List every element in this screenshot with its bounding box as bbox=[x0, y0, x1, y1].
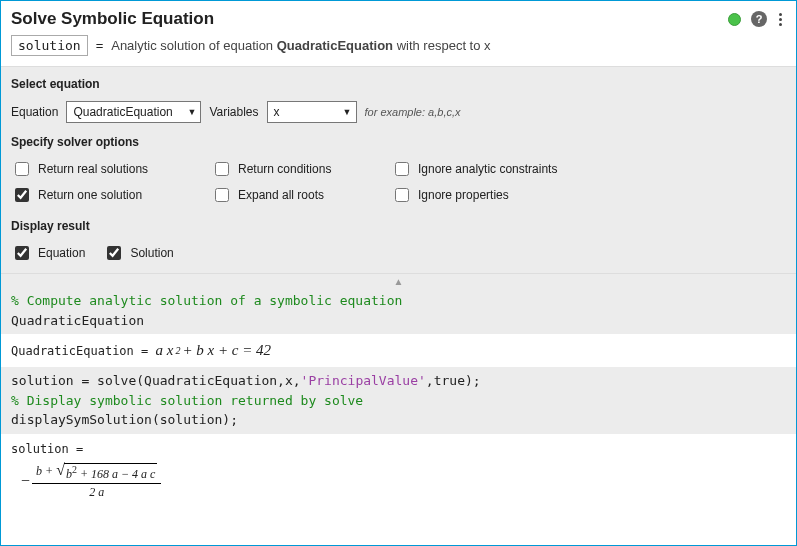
equation-row: Equation QuadraticEquation ▼ Variables x… bbox=[11, 101, 786, 123]
equation-label: Equation bbox=[11, 105, 58, 119]
chk-display-solution[interactable]: Solution bbox=[103, 243, 173, 263]
solution-output-expr: − b + √b2 + 168 a − 4 a c 2 a bbox=[1, 459, 796, 510]
chk-return-conditions-input[interactable] bbox=[215, 162, 229, 176]
status-dot-icon bbox=[728, 13, 741, 26]
chk-return-one-input[interactable] bbox=[15, 188, 29, 202]
eq-term-rest: + b x + c = 42 bbox=[182, 342, 271, 359]
num-b: b + bbox=[36, 464, 56, 478]
negative-sign: − bbox=[21, 472, 30, 490]
chk-ignore-properties[interactable]: Ignore properties bbox=[391, 185, 611, 205]
code-block-2: solution = solve(QuadraticEquation,x,'Pr… bbox=[1, 367, 796, 434]
equation-select[interactable]: QuadraticEquation ▼ bbox=[66, 101, 201, 123]
chk-display-equation-label: Equation bbox=[38, 246, 85, 260]
header-icons: ? bbox=[728, 11, 784, 28]
code-solve-string: 'PrincipalValue' bbox=[301, 373, 426, 388]
variables-label: Variables bbox=[209, 105, 258, 119]
task-panel: Solve Symbolic Equation ? solution = Ana… bbox=[0, 0, 797, 546]
chk-expand-roots-input[interactable] bbox=[215, 188, 229, 202]
equals-sign: = bbox=[96, 38, 104, 53]
sqrt-icon: √b2 + 168 a − 4 a c bbox=[56, 463, 157, 482]
sqrt-rest: + 168 a − 4 a c bbox=[77, 467, 156, 481]
chk-return-conditions-label: Return conditions bbox=[238, 162, 331, 176]
chk-display-solution-input[interactable] bbox=[107, 246, 121, 260]
code-line-display: displaySymSolution(solution); bbox=[11, 410, 786, 430]
chk-ignore-analytic-label: Ignore analytic constraints bbox=[418, 162, 557, 176]
chk-return-conditions[interactable]: Return conditions bbox=[211, 159, 391, 179]
chk-return-real[interactable]: Return real solutions bbox=[11, 159, 211, 179]
equation-select-value: QuadraticEquation bbox=[73, 105, 172, 119]
code-line-eqname: QuadraticEquation bbox=[11, 311, 786, 331]
code-block-1: % Compute analytic solution of a symboli… bbox=[1, 287, 796, 334]
chk-ignore-properties-label: Ignore properties bbox=[418, 188, 509, 202]
code-comment-1: % Compute analytic solution of a symboli… bbox=[11, 293, 402, 308]
select-equation-section: Select equation Equation QuadraticEquati… bbox=[1, 66, 796, 273]
chk-return-real-input[interactable] bbox=[15, 162, 29, 176]
panel-header: Solve Symbolic Equation ? bbox=[1, 1, 796, 31]
example-value: a,b,c,x bbox=[428, 106, 460, 118]
collapse-arrow-icon[interactable]: ▲ bbox=[1, 273, 796, 287]
chk-return-real-label: Return real solutions bbox=[38, 162, 148, 176]
chk-display-equation[interactable]: Equation bbox=[11, 243, 85, 263]
chevron-down-icon: ▼ bbox=[187, 107, 196, 117]
description-eqname: QuadraticEquation bbox=[277, 38, 393, 53]
solution-varname: solution = bbox=[11, 442, 83, 456]
chk-expand-roots-label: Expand all roots bbox=[238, 188, 324, 202]
chk-display-equation-input[interactable] bbox=[15, 246, 29, 260]
eq-term-exp: 2 bbox=[175, 345, 180, 356]
chk-ignore-properties-input[interactable] bbox=[395, 188, 409, 202]
panel-title: Solve Symbolic Equation bbox=[11, 9, 728, 29]
variables-select-value: x bbox=[274, 105, 280, 119]
code-solve-pre: solution = solve(QuadraticEquation,x, bbox=[11, 373, 301, 388]
description-row: solution = Analytic solution of equation… bbox=[1, 31, 796, 66]
kebab-menu-icon[interactable] bbox=[777, 11, 784, 28]
eq-output-expr: a x2 + b x + c = 42 bbox=[156, 342, 272, 359]
chk-return-one-label: Return one solution bbox=[38, 188, 142, 202]
description-text: Analytic solution of equation QuadraticE… bbox=[111, 38, 490, 53]
example-prefix: for example: bbox=[365, 106, 429, 118]
fraction-denominator: 2 a bbox=[89, 484, 104, 500]
code-line-solve: solution = solve(QuadraticEquation,x,'Pr… bbox=[11, 371, 786, 391]
description-prefix: Analytic solution of equation bbox=[111, 38, 277, 53]
help-icon[interactable]: ? bbox=[751, 11, 767, 27]
variables-example: for example: a,b,c,x bbox=[365, 106, 461, 118]
code-comment-2: % Display symbolic solution returned by … bbox=[11, 393, 363, 408]
description-suffix: with respect to x bbox=[393, 38, 491, 53]
equation-output: QuadraticEquation = a x2 + b x + c = 42 bbox=[1, 334, 796, 367]
chk-return-one[interactable]: Return one solution bbox=[11, 185, 211, 205]
eq-term-ax: a x bbox=[156, 342, 174, 359]
output-variable[interactable]: solution bbox=[11, 35, 88, 56]
chk-display-solution-label: Solution bbox=[130, 246, 173, 260]
solver-options-grid: Return real solutions Return conditions … bbox=[11, 159, 786, 205]
display-result-title: Display result bbox=[11, 219, 786, 233]
chk-expand-roots[interactable]: Expand all roots bbox=[211, 185, 391, 205]
solver-options-title: Specify solver options bbox=[11, 135, 786, 149]
select-equation-title: Select equation bbox=[11, 77, 786, 91]
display-result-row: Equation Solution bbox=[11, 243, 786, 263]
code-solve-post: ,true); bbox=[426, 373, 481, 388]
solution-fraction: b + √b2 + 168 a − 4 a c 2 a bbox=[32, 463, 161, 500]
eq-output-name: QuadraticEquation = bbox=[11, 344, 156, 358]
fraction-numerator: b + √b2 + 168 a − 4 a c bbox=[32, 463, 161, 484]
chk-ignore-analytic[interactable]: Ignore analytic constraints bbox=[391, 159, 611, 179]
solution-output-name: solution = bbox=[1, 434, 796, 459]
chk-ignore-analytic-input[interactable] bbox=[395, 162, 409, 176]
variables-select[interactable]: x ▼ bbox=[267, 101, 357, 123]
chevron-down-icon: ▼ bbox=[343, 107, 352, 117]
